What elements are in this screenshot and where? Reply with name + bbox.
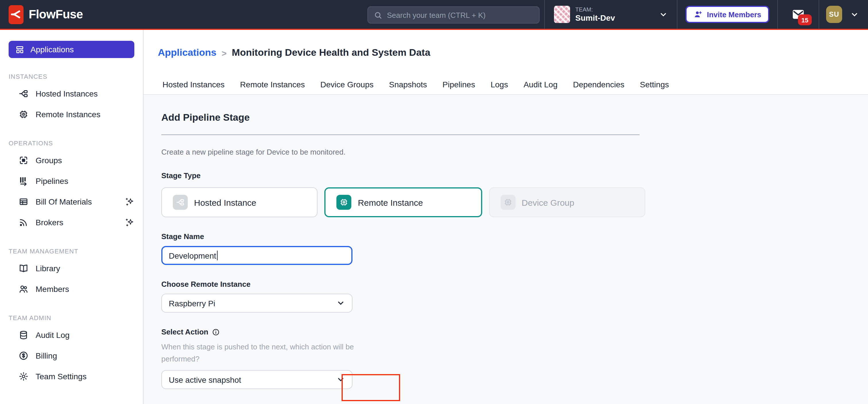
stage-type-device-group: Device Group: [489, 187, 645, 217]
sidebar-item-remote-instances[interactable]: Remote Instances: [0, 104, 143, 125]
sparkles-icon: [125, 218, 134, 227]
search-icon: [374, 11, 382, 19]
sidebar-item-team-settings[interactable]: Team Settings: [0, 366, 143, 387]
stage-type-label: Stage Type: [161, 171, 868, 180]
team-avatar: [554, 6, 570, 23]
main-area: Applications > Monitoring Device Health …: [144, 30, 868, 404]
tab-snapshots[interactable]: Snapshots: [389, 80, 427, 89]
remote-instance-value: Raspberry Pi: [169, 298, 215, 308]
user-avatar: SU: [826, 6, 842, 23]
database-icon: [19, 330, 29, 340]
team-label: TEAM:: [575, 6, 615, 13]
stage-type-remote-instance[interactable]: Remote Instance: [324, 187, 482, 217]
team-selector[interactable]: TEAM: Sumit-Dev: [545, 0, 677, 29]
sidebar-item-applications[interactable]: Applications: [9, 41, 134, 58]
application-tabs: Hosted Instances Remote Instances Device…: [144, 75, 868, 95]
stage-type-option-label: Hosted Instance: [194, 197, 256, 207]
tab-hosted-instances[interactable]: Hosted Instances: [162, 80, 224, 89]
sidebar-item-billing[interactable]: Billing: [0, 345, 143, 366]
sidebar-item-audit-log[interactable]: Audit Log: [0, 325, 143, 345]
invite-members-label: Invite Members: [707, 10, 761, 19]
text-cursor: [217, 251, 218, 260]
sidebar-item-label: Applications: [30, 45, 74, 54]
form-title: Add Pipeline Stage: [161, 112, 868, 123]
team-name: Sumit-Dev: [575, 13, 615, 22]
sidebar-item-label: Groups: [36, 156, 62, 165]
gear-icon: [19, 371, 29, 382]
pipelines-icon: [19, 176, 29, 186]
groups-icon: [19, 155, 29, 166]
tab-audit-log[interactable]: Audit Log: [524, 80, 557, 89]
flowfuse-logo-icon: [9, 5, 24, 24]
page-title: Monitoring Device Health and System Data: [232, 47, 431, 59]
sidebar-section-instances: INSTANCES: [9, 73, 143, 80]
stage-type-hosted-instance[interactable]: Hosted Instance: [161, 187, 318, 217]
sidebar-item-library[interactable]: Library: [0, 258, 143, 279]
divider: [161, 135, 640, 135]
remote-instances-icon: [19, 109, 29, 119]
sidebar-item-label: Remote Instances: [36, 110, 100, 119]
stage-name-label: Stage Name: [161, 232, 868, 241]
sidebar-item-pipelines[interactable]: Pipelines: [0, 171, 143, 191]
select-action-label: Select Action: [161, 327, 868, 336]
sidebar-item-hosted-instances[interactable]: Hosted Instances: [0, 83, 143, 104]
select-action-help: When this stage is pushed to the next, w…: [161, 341, 363, 365]
breadcrumb-applications-link[interactable]: Applications: [158, 47, 216, 59]
user-menu[interactable]: SU: [819, 0, 868, 29]
sidebar-item-label: Bill Of Materials: [36, 197, 92, 206]
action-value: Use active snapshot: [169, 375, 241, 384]
sparkles-icon: [125, 197, 134, 207]
navbar-right-cluster: TEAM: Sumit-Dev Invite Members 15 SU: [544, 0, 868, 29]
rss-icon: [19, 217, 29, 228]
sidebar-section-team-management: TEAM MANAGEMENT: [9, 248, 143, 255]
sidebar-item-bill-of-materials[interactable]: Bill Of Materials: [0, 191, 143, 212]
stage-name-value: Development: [169, 251, 216, 260]
tab-logs[interactable]: Logs: [491, 80, 508, 89]
stage-type-options: Hosted Instance Remote Instance Device G…: [161, 187, 645, 217]
invite-members-button[interactable]: Invite Members: [686, 6, 769, 23]
tab-settings[interactable]: Settings: [640, 80, 669, 89]
flowfuse-logo[interactable]: FlowFuse: [0, 5, 83, 24]
sidebar-item-label: Library: [36, 264, 60, 273]
notifications-button[interactable]: 15: [778, 0, 818, 29]
notification-badge: 15: [798, 15, 812, 25]
sidebar-section-operations: OPERATIONS: [9, 140, 143, 147]
logo-text: FlowFuse: [29, 7, 83, 21]
sidebar-item-label: Pipelines: [36, 176, 68, 185]
breadcrumb-separator: >: [222, 48, 227, 58]
sidebar-item-groups[interactable]: Groups: [0, 150, 143, 171]
remote-instance-select[interactable]: Raspberry Pi: [161, 294, 352, 313]
form-description: Create a new pipeline stage for Device t…: [161, 148, 868, 156]
add-pipeline-stage-panel: Add Pipeline Stage Create a new pipeline…: [144, 95, 868, 404]
action-select[interactable]: Use active snapshot: [161, 370, 352, 389]
tab-dependencies[interactable]: Dependencies: [573, 80, 624, 89]
tab-pipelines[interactable]: Pipelines: [443, 80, 475, 89]
tab-device-groups[interactable]: Device Groups: [320, 80, 373, 89]
app-root: FlowFuse Search your team (CTRL + K) TEA…: [0, 0, 868, 404]
top-navbar: FlowFuse Search your team (CTRL + K) TEA…: [0, 0, 868, 30]
sidebar-item-members[interactable]: Members: [0, 279, 143, 299]
chevron-down-icon: [336, 299, 345, 308]
hosted-instance-icon: [173, 195, 188, 210]
sidebar-item-brokers[interactable]: Brokers: [0, 212, 143, 233]
stage-type-option-label: Remote Instance: [358, 197, 423, 207]
info-icon[interactable]: [212, 328, 220, 336]
breadcrumb: Applications > Monitoring Device Health …: [158, 47, 430, 59]
applications-icon: [15, 45, 25, 54]
stage-name-input[interactable]: Development: [161, 246, 352, 265]
sidebar-item-label: Team Settings: [36, 372, 86, 381]
choose-remote-instance-label: Choose Remote Instance: [161, 280, 868, 288]
sidebar-item-label: Hosted Instances: [36, 89, 98, 98]
search-placeholder: Search your team (CTRL + K): [387, 11, 486, 19]
table-icon: [19, 197, 29, 207]
dollar-icon: [19, 351, 29, 361]
sidebar-item-label: Audit Log: [36, 330, 69, 340]
book-icon: [19, 263, 29, 273]
tab-remote-instances[interactable]: Remote Instances: [240, 80, 305, 89]
stage-type-option-label: Device Group: [522, 197, 574, 207]
chevron-down-icon: [659, 10, 668, 19]
chevron-down-icon: [850, 10, 859, 19]
users-icon: [19, 284, 29, 294]
sidebar-item-label: Brokers: [36, 218, 63, 227]
search-input[interactable]: Search your team (CTRL + K): [367, 6, 539, 24]
